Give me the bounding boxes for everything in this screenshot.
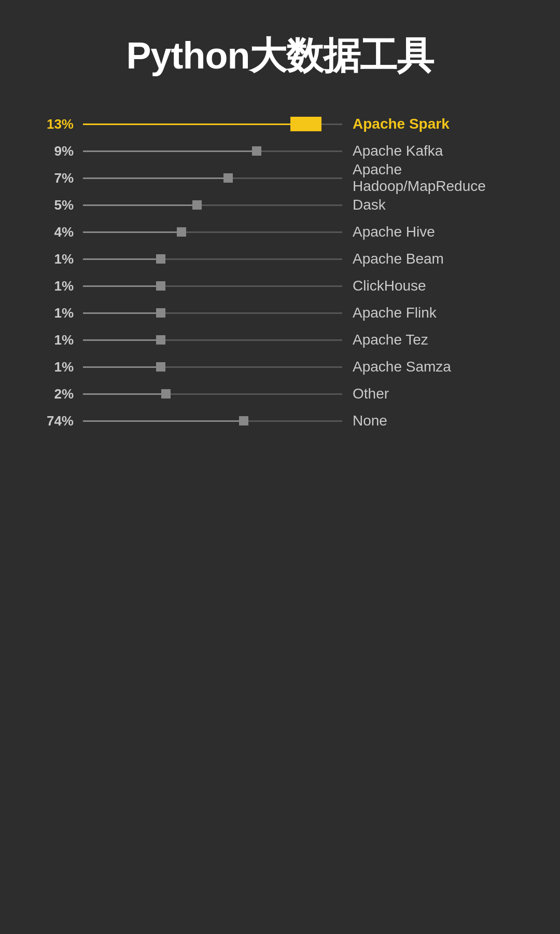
bar-fill [83, 393, 166, 395]
page: Python大数据工具 13%Apache Spark9%Apache Kafk… [0, 0, 560, 934]
bar-fill [83, 204, 197, 206]
bar-track [83, 258, 342, 260]
bar-track [83, 285, 342, 287]
bar-track [83, 150, 342, 152]
percent-label: 2% [41, 386, 83, 402]
percent-label: 1% [41, 278, 83, 294]
item-label: Apache Spark [342, 116, 519, 132]
percent-label: 7% [41, 170, 83, 186]
bar-track [83, 231, 342, 233]
bar-end-marker [192, 200, 202, 210]
chart-row: 1%Apache Flink [41, 301, 519, 325]
percent-label: 1% [41, 251, 83, 267]
item-label: Apache Beam [342, 251, 519, 267]
chart-row: 13%Apache Spark [41, 112, 519, 136]
bar-end-marker [161, 389, 171, 399]
item-label: Dask [342, 197, 519, 213]
bar-fill [83, 231, 181, 233]
bar-end-marker [156, 281, 165, 291]
bar-fill [83, 312, 161, 314]
bar-fill [83, 366, 161, 368]
bar-fill [83, 177, 228, 179]
bar-fill [83, 258, 161, 260]
percent-label: 5% [41, 197, 83, 213]
percent-label: 1% [41, 305, 83, 321]
chart-row: 4%Apache Hive [41, 220, 519, 244]
bar-track [83, 366, 342, 368]
bar-end-marker [156, 308, 165, 318]
bar-track [83, 393, 342, 395]
item-label: Apache Samza [342, 359, 519, 375]
chart-row: 1%Apache Beam [41, 247, 519, 271]
chart-container: 13%Apache Spark9%Apache Kafka7%Apache Ha… [31, 112, 529, 433]
bar-end-marker [290, 117, 321, 131]
chart-row: 1%ClickHouse [41, 274, 519, 298]
percent-label: 4% [41, 224, 83, 240]
bar-fill [83, 150, 257, 152]
bar-track [83, 177, 342, 179]
bar-end-marker [223, 173, 233, 183]
item-label: ClickHouse [342, 278, 519, 294]
chart-row: 74%None [41, 409, 519, 433]
bar-fill [83, 285, 161, 287]
bar-end-marker [156, 362, 165, 372]
page-title: Python大数据工具 [31, 31, 529, 81]
percent-label: 1% [41, 359, 83, 375]
percent-label: 74% [41, 413, 83, 429]
percent-label: 13% [41, 116, 83, 132]
percent-label: 9% [41, 143, 83, 159]
chart-row: 5%Dask [41, 193, 519, 217]
percent-label: 1% [41, 332, 83, 348]
bar-track [83, 204, 342, 206]
item-label: Other [342, 386, 519, 402]
item-label: Apache Kafka [342, 143, 519, 159]
item-label: Apache Flink [342, 305, 519, 321]
chart-row: 7%Apache Hadoop/MapReduce [41, 166, 519, 190]
bar-end-marker [156, 254, 165, 264]
bar-end-marker [252, 146, 261, 156]
bar-fill [83, 123, 306, 125]
chart-row: 2%Other [41, 382, 519, 406]
bar-track [83, 123, 342, 125]
bar-end-marker [177, 227, 186, 237]
chart-row: 1%Apache Tez [41, 328, 519, 352]
bar-track [83, 312, 342, 314]
chart-row: 1%Apache Samza [41, 355, 519, 379]
bar-fill [83, 420, 244, 422]
bar-fill [83, 339, 161, 341]
bar-end-marker [239, 416, 248, 425]
bar-end-marker [156, 335, 165, 345]
item-label: Apache Hadoop/MapReduce [342, 161, 519, 195]
bar-track [83, 420, 342, 422]
item-label: Apache Hive [342, 224, 519, 240]
chart-row: 9%Apache Kafka [41, 139, 519, 163]
item-label: None [342, 413, 519, 429]
bar-track [83, 339, 342, 341]
item-label: Apache Tez [342, 332, 519, 348]
